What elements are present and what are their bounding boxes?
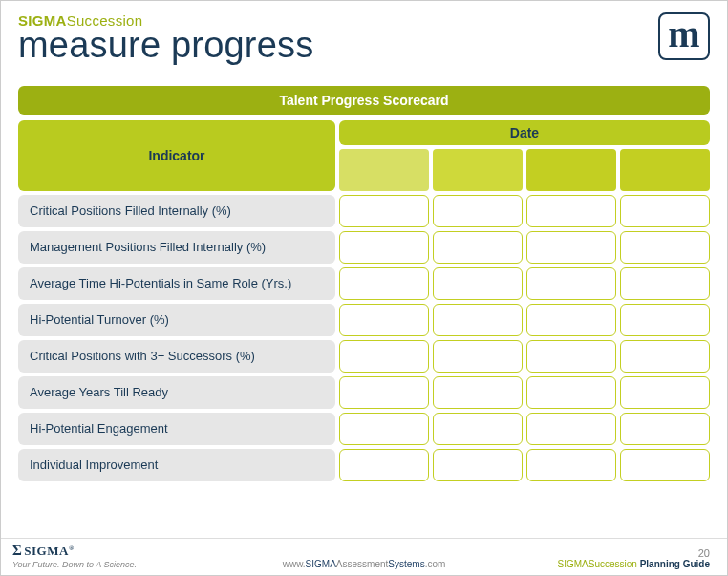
indicator-label: Critical Positions with 3+ Successors (%… bbox=[18, 340, 335, 373]
date-col-1 bbox=[339, 149, 429, 191]
value-cell bbox=[433, 195, 523, 227]
col-header-indicator: Indicator bbox=[18, 120, 335, 191]
value-cell bbox=[620, 195, 710, 227]
value-cell bbox=[339, 195, 429, 227]
value-cell bbox=[339, 304, 429, 336]
tagline: Your Future. Down to A Science. bbox=[12, 560, 137, 569]
value-cell bbox=[526, 231, 616, 264]
indicator-label: Management Positions Filled Internally (… bbox=[18, 231, 335, 264]
value-cell bbox=[620, 449, 710, 481]
value-cell bbox=[526, 413, 616, 445]
badge-letter: m bbox=[668, 15, 699, 53]
url-mid1: SIGMA bbox=[306, 559, 336, 569]
indicator-label: Individual Improvement bbox=[18, 449, 335, 481]
url-mid3: Systems bbox=[388, 559, 424, 569]
indicator-label: Average Time Hi-Potentials in Same Role … bbox=[18, 267, 335, 300]
value-cell bbox=[526, 267, 616, 300]
indicator-label: Critical Positions Filled Internally (%) bbox=[18, 195, 335, 227]
date-subheader-row bbox=[339, 149, 710, 191]
value-cell bbox=[526, 449, 616, 481]
sigma-logo: ΣSIGMA® bbox=[12, 543, 137, 559]
guide-brand: SIGMASuccession bbox=[558, 559, 637, 569]
url-pre: www. bbox=[283, 559, 306, 569]
value-cell bbox=[526, 340, 616, 373]
value-cell bbox=[620, 340, 710, 373]
scorecard-table: Indicator Date Critical Positions Filled… bbox=[18, 120, 710, 481]
table-row: Average Time Hi-Potentials in Same Role … bbox=[18, 267, 710, 300]
guide-line: SIGMASuccession Planning Guide bbox=[558, 559, 711, 569]
registered-icon: ® bbox=[69, 544, 75, 552]
value-cell bbox=[526, 304, 616, 336]
table-row: Average Years Till Ready bbox=[18, 376, 710, 409]
header-row: SIGMASuccession measure progress m bbox=[18, 12, 710, 63]
value-cell bbox=[339, 376, 429, 409]
table-row: Individual Improvement bbox=[18, 449, 710, 481]
indicator-label: Average Years Till Ready bbox=[18, 376, 335, 409]
value-cell bbox=[620, 413, 710, 445]
table-header: Indicator Date bbox=[18, 120, 710, 191]
footer-left: ΣSIGMA® Your Future. Down to A Science. bbox=[12, 543, 137, 569]
table-body: Critical Positions Filled Internally (%)… bbox=[18, 195, 710, 481]
value-cell bbox=[526, 376, 616, 409]
date-col-2 bbox=[433, 149, 523, 191]
date-col-4 bbox=[620, 149, 710, 191]
indicator-label: Hi-Potential Turnover (%) bbox=[18, 304, 335, 336]
sigma-symbol-icon: Σ bbox=[12, 543, 22, 558]
value-cell bbox=[620, 231, 710, 264]
table-row: Critical Positions with 3+ Successors (%… bbox=[18, 340, 710, 373]
value-cell bbox=[620, 267, 710, 300]
value-cell bbox=[433, 413, 523, 445]
value-cell bbox=[620, 304, 710, 336]
scorecard-title: Talent Progress Scorecard bbox=[18, 86, 710, 115]
page-title: measure progress bbox=[18, 27, 313, 63]
table-row: Hi-Potential Engagement bbox=[18, 413, 710, 445]
value-cell bbox=[433, 449, 523, 481]
value-cell bbox=[339, 340, 429, 373]
footer-url: www.SIGMAAssessmentSystems.com bbox=[283, 559, 446, 569]
url-mid2: Assessment bbox=[336, 559, 388, 569]
value-cell bbox=[433, 340, 523, 373]
value-cell bbox=[433, 267, 523, 300]
col-header-date-block: Date bbox=[339, 120, 710, 191]
measure-badge: m bbox=[658, 12, 710, 60]
value-cell bbox=[433, 231, 523, 264]
table-row: Management Positions Filled Internally (… bbox=[18, 231, 710, 264]
value-cell bbox=[526, 195, 616, 227]
footer: ΣSIGMA® Your Future. Down to A Science. … bbox=[1, 538, 727, 575]
value-cell bbox=[433, 376, 523, 409]
value-cell bbox=[433, 304, 523, 336]
url-post: .com bbox=[425, 559, 446, 569]
table-row: Critical Positions Filled Internally (%) bbox=[18, 195, 710, 227]
value-cell bbox=[339, 231, 429, 264]
value-cell bbox=[620, 376, 710, 409]
value-cell bbox=[339, 267, 429, 300]
value-cell bbox=[339, 449, 429, 481]
table-row: Hi-Potential Turnover (%) bbox=[18, 304, 710, 336]
logo-text: SIGMA bbox=[24, 544, 69, 558]
date-col-3 bbox=[526, 149, 616, 191]
indicator-label: Hi-Potential Engagement bbox=[18, 413, 335, 445]
page: SIGMASuccession measure progress m Talen… bbox=[0, 0, 728, 576]
guide-title: Planning Guide bbox=[640, 559, 710, 569]
value-cell bbox=[339, 413, 429, 445]
page-number: 20 bbox=[558, 547, 711, 559]
footer-right: 20 SIGMASuccession Planning Guide bbox=[558, 547, 711, 569]
col-header-date: Date bbox=[339, 120, 710, 145]
title-block: SIGMASuccession measure progress bbox=[18, 12, 313, 63]
